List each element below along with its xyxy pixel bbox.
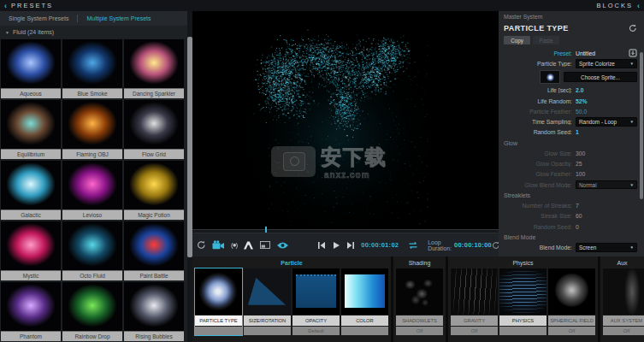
preset-item[interactable]: Dancing Sparkler: [124, 39, 184, 98]
random-seed-value[interactable]: 1: [576, 129, 579, 135]
particle-feather-value[interactable]: 50.0: [576, 109, 587, 115]
caret-down-icon: ▼: [630, 120, 634, 124]
blend-mode-label: Blend Mode:: [504, 245, 576, 251]
block-card-size-rotation[interactable]: SIZE/ROTATION: [244, 268, 291, 335]
particle-type-dropdown[interactable]: Sprite Colorize ▼: [576, 59, 637, 68]
master-system-label: Master System: [504, 14, 637, 22]
glow-feather-label: Glow Feather:: [504, 171, 576, 177]
back-chevron-icon[interactable]: ‹: [4, 2, 7, 10]
preset-label: Magic Potion: [124, 209, 184, 220]
glow-blend-row: Glow Blend Mode: Normal ▼: [504, 180, 637, 190]
blend-mode-section-header: Blend Mode: [504, 233, 637, 242]
block-card-label: COLOR: [341, 315, 388, 326]
preset-item[interactable]: Levioso: [62, 161, 122, 220]
preset-item[interactable]: Paint Battle: [124, 221, 184, 280]
preview-window-icon[interactable]: [260, 241, 270, 249]
particle-feather-label: Particle Feather:: [504, 109, 576, 115]
streaklets-section-header: Streaklets: [504, 191, 637, 200]
streak-seed-label: Random Seed:: [504, 224, 576, 230]
caret-down-icon: ▼: [630, 62, 634, 66]
watermark: 安下载 anxz.com: [271, 146, 387, 180]
preset-item[interactable]: Phantom: [1, 282, 61, 341]
preset-label: Flaming OBJ: [62, 149, 122, 159]
camera-icon[interactable]: [212, 240, 225, 250]
group-header-aux[interactable]: Aux: [603, 257, 641, 268]
choose-sprite-button[interactable]: Choose Sprite...: [564, 72, 637, 82]
panel-title: PARTICLE TYPE: [504, 24, 569, 32]
preset-label: Rainbow Drop: [62, 331, 122, 341]
block-card-spherical-field[interactable]: SPHERICAL FIELD Off: [548, 268, 595, 335]
preset-field-value[interactable]: Untitled: [576, 50, 595, 56]
triangle-down-icon: ▼: [5, 30, 9, 35]
visibility-eye-icon[interactable]: [276, 241, 289, 250]
current-timecode[interactable]: 00:00:01:02: [361, 241, 399, 249]
life-value[interactable]: 2.0: [576, 87, 583, 93]
glow-blend-dropdown[interactable]: Normal ▼: [576, 180, 637, 190]
block-card-physics[interactable]: PHYSICS: [499, 268, 547, 335]
block-card-shadowlets[interactable]: SHADOWLETS Off: [396, 268, 443, 335]
preset-item[interactable]: Aqueous: [1, 39, 61, 98]
block-card-label: PHYSICS: [499, 315, 547, 326]
block-card-gravity[interactable]: GRAVITY Off: [451, 268, 498, 335]
tab-single-system-presets[interactable]: Single System Presets: [0, 15, 77, 21]
reset-panel-icon[interactable]: [629, 21, 637, 36]
preset-item[interactable]: Rainbow Drop: [62, 282, 122, 341]
skip-start-icon[interactable]: [317, 241, 326, 250]
block-card-particle-type[interactable]: PARTICLE TYPE: [195, 268, 242, 335]
preset-item[interactable]: Galactic: [1, 161, 61, 220]
preset-thumbnail: [124, 161, 184, 209]
reset-simulation-icon[interactable]: [197, 240, 206, 250]
glow-size-value: 300: [576, 150, 585, 156]
preset-item[interactable]: Flow Grid: [124, 100, 184, 159]
preset-item[interactable]: Flaming OBJ: [62, 100, 122, 159]
fluid-section-header[interactable]: ▼ Fluid (24 items): [0, 26, 192, 38]
caret-down-icon: ▼: [630, 245, 634, 250]
life-random-value[interactable]: 52%: [576, 98, 588, 104]
preset-item[interactable]: Mystic: [1, 221, 61, 280]
streak-seed-row: Random Seed: 0: [504, 221, 637, 232]
loop-duration-value[interactable]: 00:00:10:00: [454, 241, 492, 249]
preset-item[interactable]: Magic Potion: [124, 161, 184, 220]
preset-thumbnail: [124, 282, 184, 331]
group-header-physics[interactable]: Physics: [451, 257, 595, 268]
inspector-scrollbar-thumb[interactable]: [640, 52, 643, 199]
skip-end-icon[interactable]: [346, 241, 355, 250]
group-header-shading[interactable]: Shading: [396, 257, 443, 268]
block-card-label: OPACITY: [292, 315, 340, 326]
preset-label: Mystic: [1, 270, 61, 280]
watermark-cn-text: 安下载: [321, 146, 387, 168]
sprite-thumbnail[interactable]: [540, 70, 560, 84]
preset-item[interactable]: Blue Smoke: [62, 39, 122, 98]
block-card-opacity[interactable]: OPACITY Default: [292, 268, 340, 335]
playhead[interactable]: [265, 227, 267, 233]
preset-item[interactable]: Equilibrium: [1, 100, 61, 159]
preview-viewport[interactable]: 安下载 anxz.com: [192, 11, 499, 233]
play-button-icon[interactable]: [332, 241, 340, 250]
streak-size-value: 60: [576, 213, 582, 219]
watermark-domain-text: anxz.com: [324, 170, 387, 180]
paste-button[interactable]: Paste: [533, 36, 559, 44]
block-card-color[interactable]: COLOR: [341, 268, 388, 335]
random-seed-label: Random Seed:: [504, 129, 576, 135]
preset-item[interactable]: Rising Bubbles: [124, 282, 184, 341]
quality-icon[interactable]: [243, 241, 254, 250]
preset-thumbnail: [1, 100, 61, 149]
preset-label: Octo Fluid: [62, 270, 122, 280]
preset-thumbnail: [1, 221, 61, 270]
blend-mode-dropdown[interactable]: Screen ▼: [576, 243, 637, 252]
opacity-thumb: [292, 268, 340, 315]
shadowlets-thumb: [396, 268, 443, 315]
preset-item[interactable]: Octo Fluid: [62, 221, 122, 280]
group-header-particle[interactable]: Particle: [195, 257, 388, 268]
block-card-sub: Default: [292, 327, 340, 335]
block-card-aux-system[interactable]: AUX SYSTEM Off: [603, 268, 644, 335]
time-sampling-dropdown[interactable]: Random - Loop ▼: [576, 117, 637, 127]
tab-multiple-system-presets[interactable]: Multiple System Presets: [78, 15, 159, 21]
motion-blur-icon[interactable]: (●): [231, 241, 237, 249]
preset-label: Flow Grid: [124, 149, 184, 159]
loop-duration-label: Loop Duration:: [428, 239, 452, 251]
transport-bar: (●) 00:00:01:02 Loop Duration: 00:00:10:…: [192, 233, 499, 256]
blocks-collapse-chevron-icon[interactable]: ‹: [637, 2, 640, 10]
loop-icon[interactable]: [407, 241, 419, 250]
copy-button[interactable]: Copy: [504, 36, 530, 44]
